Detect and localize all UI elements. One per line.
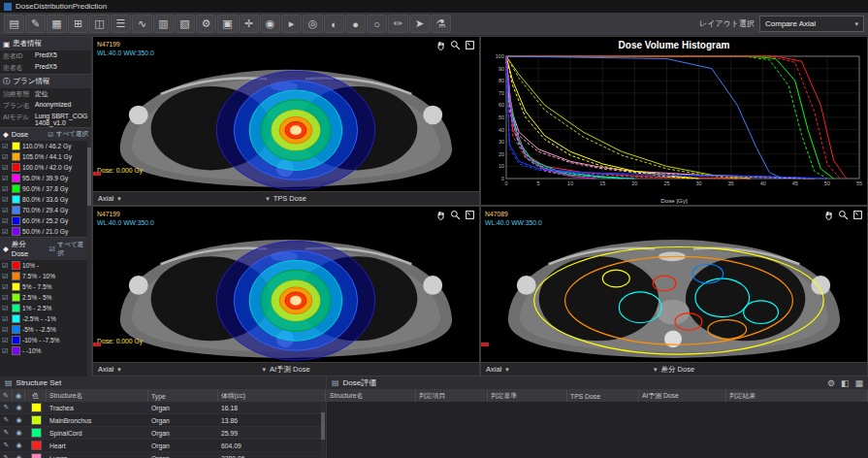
dose-legend-item[interactable]: ☑ 95.0% / 39.9 Gy (0, 173, 91, 183)
legend-check-icon[interactable]: ☑ (2, 164, 10, 172)
dose-legend-item[interactable]: ☑ 70.0% / 29.4 Gy (0, 205, 91, 215)
toolbar-icon-button[interactable]: ⚙ (196, 15, 216, 33)
dose-legend-item[interactable]: ☑ 110.0% / 46.2 Gy (0, 141, 91, 151)
fullscreen-icon[interactable] (465, 40, 475, 50)
structure-color-swatch[interactable] (31, 403, 42, 412)
fullscreen-icon[interactable] (852, 210, 863, 220)
ct-image-area[interactable]: N47089 WL:40.0 WW:350.0 (481, 207, 867, 362)
diff-legend-item[interactable]: ☑ -5% - -2.5% (0, 324, 91, 335)
structure-table-row[interactable]: ✎ ◉ MainBronchus Organ 13.86 (0, 414, 326, 427)
legend-check-icon[interactable]: ☑ (2, 294, 10, 302)
orientation-select[interactable]: Axial ▾ (98, 365, 121, 374)
structure-table-scrollbar-thumb[interactable] (321, 412, 325, 440)
edit-icon[interactable]: ✎ (0, 414, 13, 426)
pan-hand-icon[interactable] (435, 210, 446, 220)
diff-legend-item[interactable]: ☑ 2.5% - 5% (0, 292, 91, 303)
toolbar-icon-button[interactable]: ⊞ (68, 15, 88, 33)
legend-check-icon[interactable]: ☑ (2, 347, 10, 355)
sidebar-scrollbar[interactable] (87, 138, 91, 376)
visibility-icon[interactable]: ◉ (13, 452, 25, 458)
ct-axial-image[interactable] (93, 37, 479, 191)
structure-table-row[interactable]: ✎ ◉ Trachea Organ 16.18 (0, 402, 326, 414)
legend-check-icon[interactable]: ☑ (2, 337, 10, 344)
zoom-icon[interactable] (450, 40, 461, 50)
structure-color-swatch[interactable] (31, 415, 42, 425)
pan-hand-icon[interactable] (823, 210, 834, 220)
structure-color-swatch[interactable] (31, 428, 42, 438)
dose-type-select[interactable]: ▾ TPS Dose (266, 194, 306, 203)
settings-icon[interactable]: ⚙ (827, 378, 835, 388)
structure-table-row[interactable]: ✎ ◉ Lungs Organ 3280.06 (0, 452, 326, 458)
legend-check-icon[interactable]: ☑ (2, 143, 10, 150)
toolbar-icon-button[interactable]: ◐ (324, 15, 344, 33)
toolbar-icon-button[interactable]: ◫ (89, 15, 110, 33)
edit-icon[interactable]: ✎ (0, 440, 13, 451)
edit-icon[interactable]: ✎ (0, 452, 13, 458)
diff-legend-item[interactable]: ☑ -10% - -7.5% (0, 335, 91, 345)
dose-type-select[interactable]: ▾ 差分 Dose (654, 365, 694, 375)
legend-check-icon[interactable]: ☑ (2, 175, 10, 182)
structure-table-scrollbar[interactable] (321, 403, 325, 457)
fullscreen-icon[interactable] (465, 210, 475, 220)
edit-icon[interactable]: ✎ (0, 427, 13, 439)
sidebar-scrollbar-thumb[interactable] (87, 147, 91, 206)
toolbar-icon-button[interactable]: ⚗ (431, 15, 451, 33)
structure-table-row[interactable]: ✎ ◉ SpinalCord Organ 25.99 (0, 427, 326, 440)
zoom-icon[interactable] (450, 210, 461, 220)
diff-legend-item[interactable]: ☑ 10% - (0, 260, 91, 271)
export-icon[interactable]: ◧ (841, 378, 850, 388)
diff-legend-item[interactable]: ☑ - -10% (0, 345, 91, 356)
dose-legend-item[interactable]: ☑ 80.0% / 33.6 Gy (0, 194, 91, 205)
legend-check-icon[interactable]: ☑ (2, 305, 10, 312)
legend-check-icon[interactable]: ☑ (2, 153, 10, 161)
edit-icon[interactable]: ✎ (0, 402, 13, 413)
toolbar-icon-button[interactable]: ✛ (239, 15, 259, 33)
toolbar-icon-button[interactable]: ▦ (47, 15, 67, 33)
dose-type-select[interactable]: ▾ AI予測 Dose (262, 365, 309, 375)
zoom-icon[interactable] (838, 210, 849, 220)
ct-axial-image[interactable] (481, 207, 867, 362)
legend-check-icon[interactable]: ☑ (2, 185, 10, 193)
dose-legend-item[interactable]: ☑ 105.0% / 44.1 Gy (0, 151, 91, 162)
visibility-icon[interactable]: ◉ (13, 427, 25, 439)
diff-legend-item[interactable]: ☑ 7.5% - 10% (0, 271, 91, 281)
visibility-icon[interactable]: ◉ (13, 402, 25, 413)
toolbar-icon-button[interactable]: ✏ (388, 15, 408, 33)
toolbar-icon-button[interactable]: ◉ (260, 15, 280, 33)
legend-check-icon[interactable]: ☑ (2, 228, 10, 236)
toolbar-icon-button[interactable]: ▥ (153, 15, 174, 33)
layout-select[interactable]: Compare Axial ▾ (759, 16, 864, 32)
toolbar-icon-button[interactable]: ∿ (132, 15, 152, 33)
structure-table-row[interactable]: ✎ ◉ Heart Organ 604.09 (0, 440, 326, 452)
diff-legend-item[interactable]: ☑ -2.5% - -1% (0, 313, 91, 324)
pan-hand-icon[interactable] (435, 40, 446, 50)
ct-image-area[interactable]: N47199 WL:40.0 WW:350.0 Dose: 0.000 Gy (93, 37, 479, 191)
toolbar-icon-button[interactable]: ◎ (303, 15, 323, 33)
toolbar-icon-button[interactable]: ○ (367, 15, 387, 33)
legend-check-icon[interactable]: ☑ (2, 196, 10, 204)
legend-check-icon[interactable]: ☑ (2, 326, 10, 334)
diff-legend-item[interactable]: ☑ 5% - 7.5% (0, 281, 91, 292)
toolbar-icon-button[interactable]: ➤ (409, 15, 430, 33)
dose-select-all-checkbox[interactable]: ☑ (48, 131, 53, 139)
grid-icon[interactable]: ▦ (854, 378, 863, 388)
toolbar-icon-button[interactable]: ▣ (217, 15, 238, 33)
toolbar-icon-button[interactable]: ▤ (4, 15, 24, 33)
diff-select-all-checkbox[interactable]: ☑ (49, 245, 55, 253)
toolbar-icon-button[interactable]: ▸ (281, 15, 302, 33)
dose-legend-item[interactable]: ☑ 100.0% / 42.0 Gy (0, 162, 91, 173)
visibility-icon[interactable]: ◉ (13, 414, 25, 426)
ct-image-area[interactable]: N47199 WL:40.0 WW:350.0 Dose: 0.000 Gy (93, 207, 479, 362)
dose-legend-item[interactable]: ☑ 50.0% / 21.0 Gy (0, 226, 91, 237)
orientation-select[interactable]: Axial ▾ (98, 194, 121, 203)
toolbar-icon-button[interactable]: ✎ (25, 15, 46, 33)
legend-check-icon[interactable]: ☑ (2, 207, 10, 214)
visibility-icon[interactable]: ◉ (13, 440, 25, 451)
legend-check-icon[interactable]: ☑ (2, 283, 10, 291)
toolbar-icon-button[interactable]: ● (345, 15, 366, 33)
toolbar-icon-button[interactable]: ☰ (111, 15, 131, 33)
ct-axial-image[interactable] (93, 207, 479, 362)
structure-color-swatch[interactable] (31, 441, 42, 450)
dose-legend-item[interactable]: ☑ 60.0% / 25.2 Gy (0, 215, 91, 226)
structure-color-swatch[interactable] (31, 453, 42, 458)
